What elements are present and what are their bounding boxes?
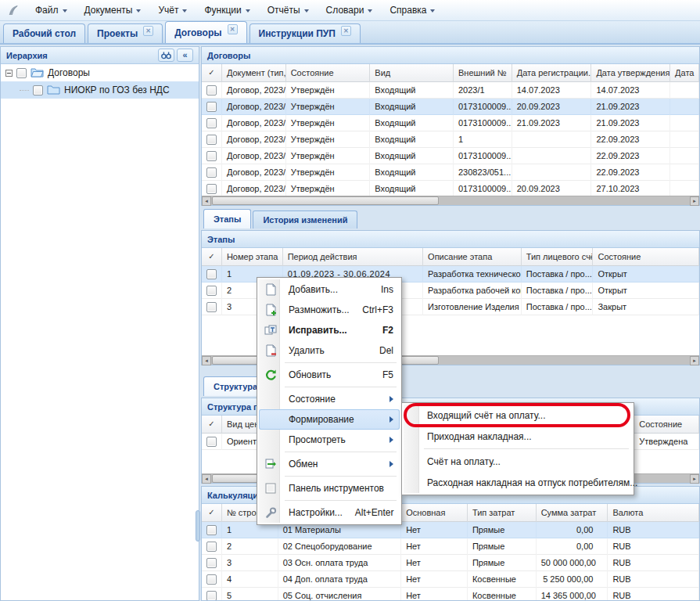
select-all-header[interactable]: ✓ [202,248,222,266]
table-row[interactable]: Договор, 2023/...УтверждёнВходящий017310… [202,181,699,197]
contracts-hscrollbar[interactable]: ◂ ▸ [202,196,699,205]
menu-item-4[interactable]: Счёт на оплату... [404,451,632,472]
column-header[interactable]: Документ (тип, № [222,64,286,82]
contracts-title: Договоры [207,51,250,60]
select-all-header[interactable]: ✓ [202,64,222,82]
table-row[interactable]: 505 Соц. отчисленияНетКосвенные14 365 00… [202,588,699,601]
table-row[interactable]: Договор, 2023/...УтверждёнВходящий122.09… [202,131,699,148]
scroll-left-icon[interactable]: ◂ [202,196,211,206]
table-row[interactable]: 202 СпецоборудованиеНетПрямые0,00RUB [202,538,699,555]
menu-item-9[interactable]: Формирование [259,409,400,430]
column-header[interactable]: Состояние [286,64,371,82]
menu-item-8[interactable]: Состояние [259,389,400,409]
table-row[interactable]: Договор, 2023/...УтверждёнВходящий017310… [202,148,699,164]
row-checkbox[interactable] [206,135,217,145]
select-all-header[interactable]: ✓ [202,504,222,522]
menubar-item-5[interactable]: Отчёты [259,0,318,20]
scroll-left-icon[interactable]: ◂ [202,474,211,484]
table-cell: 0173100009... [454,99,512,115]
menu-item-3[interactable]: Исправить...F2 [259,320,400,340]
tree-checkbox[interactable] [16,68,27,78]
column-header[interactable]: Вид [370,64,454,82]
menu-item-10[interactable]: Просмотреть [259,430,400,450]
column-header[interactable]: Дата регистрации. [512,64,592,82]
close-icon[interactable]: ✕ [228,24,238,34]
column-header[interactable]: Период действия [283,248,423,266]
table-row[interactable]: 303 Осн. оплата трудаНетПрямые50 000 000… [202,555,699,571]
tab-история-изменений[interactable]: История изменений [253,211,357,229]
scroll-right-icon[interactable]: ▸ [690,474,699,484]
row-checkbox[interactable] [206,85,217,95]
table-row[interactable]: 404 Доп. оплата трудаНетКосвенные5 250 0… [202,571,699,588]
column-header[interactable]: Внешний № [454,64,512,82]
column-header[interactable]: Тип лицевого счёт [522,248,594,266]
search-button[interactable] [158,49,174,62]
menubar-item-7[interactable]: Справка [381,0,443,20]
menu-item-4[interactable]: УдалитьDel [259,340,400,361]
column-header[interactable]: Состояние [634,416,699,434]
collapse-sidebar-button[interactable]: « [177,49,193,62]
menubar-item-1[interactable]: Файл [27,0,76,20]
row-checkbox[interactable] [206,167,217,178]
table-cell: RUB [608,571,699,588]
tab-рабочий-стол[interactable]: Рабочий стол [3,23,85,43]
tab-договоры[interactable]: Договоры✕ [165,21,246,43]
menu-item-16[interactable]: Настройки...Alt+Enter [259,502,400,523]
tab-этапы[interactable]: Этапы [203,209,251,229]
tree-node-2[interactable]: НИОКР по ГОЗ без НДС [1,81,199,99]
row-checkbox[interactable] [206,574,217,585]
menu-item-1[interactable]: Добавить...Ins [259,279,400,300]
row-checkbox[interactable] [206,525,217,535]
tab-проекты[interactable]: Проекты✕ [88,23,163,43]
row-checkbox[interactable] [206,542,217,552]
scroll-thumb[interactable] [212,196,439,205]
row-checkbox[interactable] [206,151,217,161]
menu-item-2[interactable]: Приходная накладная... [404,426,632,447]
menubar-item-4[interactable]: Функции [196,0,258,20]
row-checkbox[interactable] [206,302,217,312]
table-row[interactable]: Договор, 2023/...УтверждёнВходящий017310… [202,115,699,131]
column-header[interactable]: Состояние [593,248,699,266]
menu-item-1[interactable]: Входящий счёт на оплату... [404,405,632,426]
column-header[interactable]: Дата утверждения [591,64,670,82]
sidebar-splitter-handle[interactable] [196,510,200,542]
menu-item-2[interactable]: Размножить...Ctrl+F3 [259,300,400,320]
column-header[interactable]: Номер этапа [222,248,283,266]
close-icon[interactable]: ✕ [143,26,153,36]
row-checkbox[interactable] [206,269,217,279]
table-row[interactable]: Договор, 2023/...УтверждёнВходящий230823… [202,164,699,181]
menu-item-12[interactable]: Обмен [259,454,400,474]
column-header[interactable]: Тип затрат [468,504,537,522]
column-header[interactable]: Основная [401,504,468,522]
column-header[interactable]: Дата [670,64,699,82]
menubar-item-2[interactable]: Документы [76,0,150,20]
column-header[interactable]: Описание этапа [423,248,522,266]
tab-инструкции-пуп[interactable]: Инструкции ПУП✕ [249,23,361,43]
menu-item-6[interactable]: ОбновитьF5 [259,365,400,385]
select-all-header[interactable]: ✓ [202,416,222,434]
column-header[interactable]: Сумма затрат [537,504,608,522]
tree-checkbox[interactable] [33,85,43,95]
scroll-right-icon[interactable]: ▸ [690,196,699,206]
row-checkbox[interactable] [206,591,217,601]
row-checkbox[interactable] [206,184,217,194]
column-header[interactable]: Валюта [608,504,699,522]
menubar-item-3[interactable]: Учёт [149,0,196,20]
scroll-left-icon[interactable]: ◂ [202,356,211,365]
row-checkbox[interactable] [206,118,217,128]
table-row[interactable]: Договор, 2023/...УтверждёнВходящий2023/1… [202,82,699,99]
row-checkbox[interactable] [206,437,217,447]
row-checkbox[interactable] [206,286,217,296]
menubar-item-6[interactable]: Словари [318,0,382,20]
close-icon[interactable]: ✕ [341,26,351,36]
table-cell: Входящий [370,99,454,115]
row-checkbox[interactable] [206,102,217,112]
table-row[interactable]: Договор, 2023/...УтверждёнВходящий017310… [202,99,699,115]
menubar-item-label: Отчёты [267,5,300,16]
tree-node-1[interactable]: Договоры [1,64,199,81]
row-checkbox[interactable] [206,558,217,568]
tree-expander-icon[interactable] [5,70,13,77]
menu-item-14[interactable]: Панель инструментов [259,478,400,498]
scroll-right-icon[interactable]: ▸ [690,356,699,365]
menu-item-5[interactable]: Расходная накладная на отпуск потребител… [404,472,632,493]
